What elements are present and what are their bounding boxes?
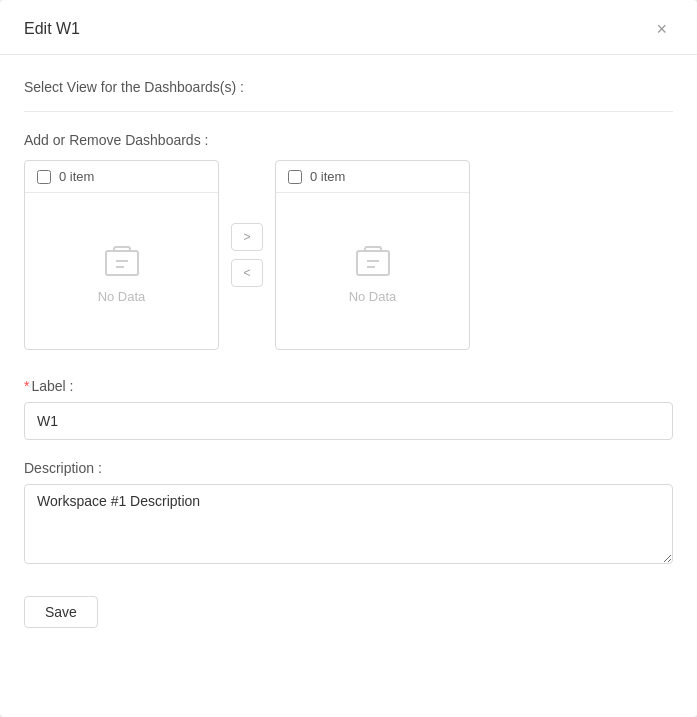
label-field-label: * Label : [24, 378, 673, 394]
label-input[interactable] [24, 402, 673, 440]
no-data-icon-left [98, 239, 146, 279]
transfer-left-arrow[interactable]: < [231, 259, 263, 287]
divider [24, 111, 673, 112]
dialog-title: Edit W1 [24, 20, 80, 38]
transfer-container: 0 item No Data > < [24, 160, 673, 350]
label-field: * Label : [24, 378, 673, 440]
edit-dialog: Edit W1 × Select View for the Dashboards… [0, 0, 697, 717]
transfer-right-body: No Data [276, 193, 469, 349]
no-data-text-right: No Data [349, 289, 397, 304]
transfer-left-header: 0 item [25, 161, 218, 193]
transfer-left-body: No Data [25, 193, 218, 349]
description-field: Description : Workspace #1 Description [24, 460, 673, 568]
transfer-right-count: 0 item [310, 169, 345, 184]
no-data-text-left: No Data [98, 289, 146, 304]
select-view-label: Select View for the Dashboards(s) : [24, 79, 673, 95]
description-field-label: Description : [24, 460, 673, 476]
svg-rect-3 [357, 251, 389, 275]
save-button[interactable]: Save [24, 596, 98, 628]
dialog-header: Edit W1 × [0, 0, 697, 55]
required-star: * [24, 378, 29, 394]
transfer-right-arrow[interactable]: > [231, 223, 263, 251]
description-textarea[interactable]: Workspace #1 Description [24, 484, 673, 564]
svg-rect-0 [106, 251, 138, 275]
transfer-left-box: 0 item No Data [24, 160, 219, 350]
description-field-text: Description : [24, 460, 102, 476]
transfer-right-header: 0 item [276, 161, 469, 193]
label-field-text: Label : [31, 378, 73, 394]
transfer-right-box: 0 item No Data [275, 160, 470, 350]
close-button[interactable]: × [650, 18, 673, 40]
transfer-right-checkbox[interactable] [288, 170, 302, 184]
transfer-arrows: > < [223, 223, 271, 287]
no-data-icon-right [349, 239, 397, 279]
transfer-left-checkbox[interactable] [37, 170, 51, 184]
add-remove-label: Add or Remove Dashboards : [24, 132, 673, 148]
transfer-left-count: 0 item [59, 169, 94, 184]
dialog-body: Select View for the Dashboards(s) : Add … [0, 55, 697, 717]
